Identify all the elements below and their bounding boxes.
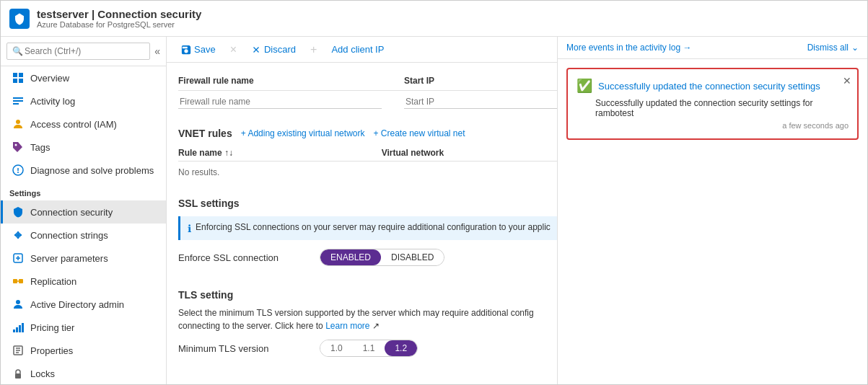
discard-button[interactable]: Discard: [248, 43, 299, 56]
server-params-icon: [12, 252, 25, 265]
svg-point-8: [15, 144, 17, 146]
ssl-enabled-button[interactable]: ENABLED: [320, 249, 381, 265]
properties-icon: [12, 344, 25, 357]
overview-icon: [12, 71, 25, 84]
svg-rect-1: [19, 73, 23, 77]
title-bar: testserver | Connection security Azure D…: [1, 1, 867, 37]
title-bar-text: testserver | Connection security Azure D…: [37, 8, 201, 29]
toolbar-sep-2: +: [310, 43, 317, 56]
save-label: Save: [194, 44, 216, 55]
sidebar-scroll: Overview Activity log Access control (IA…: [1, 66, 166, 384]
ssl-toggle-group: ENABLED DISABLED: [320, 249, 444, 266]
external-link-icon: ↗: [372, 321, 380, 331]
sidebar-label-iam: Access control (IAM): [30, 119, 117, 130]
sidebar-item-properties[interactable]: Properties: [1, 339, 166, 362]
main-area: 🔍 « Overview Activity log: [1, 37, 867, 384]
sidebar-item-activity-log[interactable]: Activity log: [1, 89, 166, 112]
activity-log-link[interactable]: More events in the activity log →: [566, 43, 691, 53]
activity-log-icon: [12, 94, 25, 107]
dismiss-all-button[interactable]: Dismiss all ⌄: [807, 43, 859, 53]
tls-min-label: Minimum TLS version: [178, 343, 308, 354]
locks-icon: [12, 367, 25, 380]
create-new-vnet-link[interactable]: + Create new virtual net: [373, 128, 465, 138]
add-existing-vnet-link[interactable]: + Adding existing virtual network: [241, 128, 365, 138]
svg-rect-5: [13, 100, 23, 102]
fw-rule-name-input[interactable]: [178, 95, 382, 109]
svg-rect-15: [13, 329, 15, 332]
svg-rect-2: [13, 79, 17, 83]
sidebar-item-connection-security[interactable]: Connection security: [1, 200, 166, 224]
sidebar-label-ad-admin: Active Directory admin: [30, 299, 124, 310]
search-icon: 🔍: [12, 46, 23, 56]
ssl-disabled-button[interactable]: DISABLED: [381, 249, 444, 265]
content-area: Save × Discard + Add client IP Firewall …: [167, 37, 867, 384]
svg-rect-6: [13, 103, 19, 105]
notification-top-bar: More events in the activity log → Dismis…: [558, 37, 867, 59]
search-box: 🔍 «: [1, 37, 166, 66]
ad-admin-icon: [12, 298, 25, 311]
success-icon: ✅: [577, 78, 592, 94]
svg-rect-3: [19, 79, 23, 83]
svg-rect-4: [13, 97, 23, 99]
sidebar-item-connection-strings[interactable]: Connection strings: [1, 224, 166, 247]
app-container: testserver | Connection security Azure D…: [0, 0, 868, 385]
svg-rect-20: [15, 373, 21, 379]
sidebar-label-replication: Replication: [30, 276, 76, 287]
sidebar-item-pricing-tier[interactable]: Pricing tier: [1, 316, 166, 339]
sidebar-label-activity-log: Activity log: [30, 96, 75, 107]
vnet-title: VNET rules: [178, 128, 232, 139]
notification-close-button[interactable]: ✕: [843, 75, 851, 87]
sidebar-item-iam[interactable]: Access control (IAM): [1, 112, 166, 136]
sidebar-item-tags[interactable]: Tags: [1, 136, 166, 159]
sidebar: 🔍 « Overview Activity log: [1, 37, 167, 384]
pricing-tier-icon: [12, 321, 25, 334]
replication-icon: [12, 275, 25, 288]
notification-card: ✅ Successfully updated the connection se…: [566, 68, 859, 140]
tls-v1-1-button[interactable]: 1.1: [353, 340, 385, 356]
search-input[interactable]: [6, 43, 150, 60]
sidebar-item-server-parameters[interactable]: Server parameters: [1, 247, 166, 270]
notif-title: Successfully updated the connection secu…: [598, 81, 820, 92]
page-subtitle: Azure Database for PostgreSQL server: [37, 20, 201, 29]
page-title: testserver | Connection security: [37, 8, 201, 20]
sidebar-label-diagnose: Diagnose and solve problems: [30, 165, 154, 176]
svg-rect-13: [19, 279, 23, 283]
tls-learn-more-link[interactable]: Learn more: [325, 321, 369, 331]
svg-point-14: [16, 300, 20, 304]
sidebar-item-ad-admin[interactable]: Active Directory admin: [1, 293, 166, 316]
sidebar-item-diagnose[interactable]: Diagnose and solve problems: [1, 159, 166, 182]
svg-rect-18: [22, 323, 24, 332]
connection-security-icon: [12, 205, 25, 218]
svg-point-7: [16, 120, 20, 124]
notification-panel: More events in the activity log → Dismis…: [557, 37, 867, 384]
svg-rect-0: [13, 73, 17, 77]
toolbar-sep-1: ×: [230, 43, 237, 56]
fw-col1-header: Firewall rule name: [178, 76, 404, 86]
app-icon: [9, 9, 30, 29]
tags-icon: [12, 141, 25, 154]
collapse-button[interactable]: «: [154, 45, 160, 57]
svg-rect-12: [13, 279, 17, 283]
info-icon: ℹ: [188, 223, 191, 234]
save-button[interactable]: Save: [178, 43, 219, 56]
sidebar-item-locks[interactable]: Locks: [1, 362, 166, 384]
svg-rect-16: [16, 327, 18, 332]
sidebar-item-replication[interactable]: Replication: [1, 270, 166, 293]
sidebar-label-tags: Tags: [30, 142, 50, 153]
add-client-ip-button[interactable]: Add client IP: [328, 43, 387, 56]
sidebar-label-locks: Locks: [30, 368, 55, 379]
tls-v1-0-button[interactable]: 1.0: [320, 340, 353, 356]
sidebar-label-server-parameters: Server parameters: [30, 253, 108, 264]
notif-timestamp: a few seconds ago: [577, 118, 849, 130]
sidebar-label-properties: Properties: [30, 345, 73, 356]
tls-v1-2-button[interactable]: 1.2: [385, 340, 417, 356]
sidebar-label-pricing-tier: Pricing tier: [30, 322, 74, 333]
iam-icon: [12, 118, 25, 130]
sidebar-item-overview[interactable]: Overview: [1, 66, 166, 89]
chevron-down-icon: ⌄: [851, 43, 859, 53]
sidebar-label-connection-security: Connection security: [30, 207, 113, 218]
discard-label: Discard: [264, 44, 296, 55]
sidebar-label-connection-strings: Connection strings: [30, 230, 108, 241]
connection-strings-icon: [12, 229, 25, 242]
tls-version-toggle: 1.0 1.1 1.2: [320, 340, 418, 357]
